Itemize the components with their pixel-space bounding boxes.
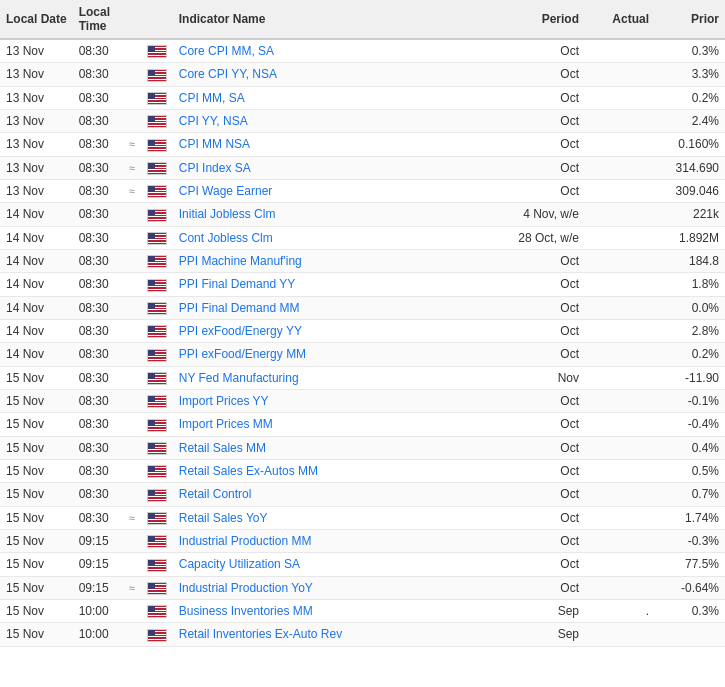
cell-indicator[interactable]: Retail Sales YoY bbox=[173, 506, 495, 529]
cell-actual bbox=[585, 529, 655, 552]
us-flag-icon bbox=[147, 279, 167, 292]
cell-period: Oct bbox=[495, 319, 585, 342]
cell-indicator[interactable]: Cont Jobless Clm bbox=[173, 226, 495, 249]
table-row: 13 Nov08:30CPI YY, NSAOct2.4% bbox=[0, 109, 725, 132]
cell-indicator[interactable]: Retail Sales MM bbox=[173, 436, 495, 459]
table-row: 15 Nov09:15Industrial Production MMOct-0… bbox=[0, 529, 725, 552]
cell-indicator[interactable]: Industrial Production YoY bbox=[173, 576, 495, 599]
indicator-link[interactable]: PPI Machine Manuf'ing bbox=[179, 254, 302, 268]
indicator-link[interactable]: Core CPI YY, NSA bbox=[179, 67, 277, 81]
cell-flag bbox=[141, 366, 173, 389]
cell-actual bbox=[585, 273, 655, 296]
cell-time: 08:30 bbox=[73, 459, 123, 482]
indicator-link[interactable]: CPI MM NSA bbox=[179, 137, 250, 151]
indicator-link[interactable]: CPI Index SA bbox=[179, 161, 251, 175]
cell-indicator[interactable]: CPI MM NSA bbox=[173, 133, 495, 156]
cell-indicator[interactable]: Import Prices MM bbox=[173, 413, 495, 436]
cell-indicator[interactable]: Capacity Utilization SA bbox=[173, 553, 495, 576]
indicator-link[interactable]: PPI exFood/Energy MM bbox=[179, 347, 306, 361]
cell-indicator[interactable]: Retail Sales Ex-Autos MM bbox=[173, 459, 495, 482]
cell-indicator[interactable]: Core CPI YY, NSA bbox=[173, 63, 495, 86]
indicator-link[interactable]: Import Prices MM bbox=[179, 417, 273, 431]
table-row: 15 Nov08:30Retail ControlOct0.7% bbox=[0, 483, 725, 506]
indicator-link[interactable]: CPI MM, SA bbox=[179, 91, 245, 105]
cell-indicator[interactable]: PPI Machine Manuf'ing bbox=[173, 249, 495, 272]
cell-period: Oct bbox=[495, 529, 585, 552]
cell-period: Oct bbox=[495, 553, 585, 576]
header-date: Local Date bbox=[0, 0, 73, 39]
table-row: 13 Nov08:30≈CPI MM NSAOct0.160% bbox=[0, 133, 725, 156]
cell-approx bbox=[123, 296, 141, 319]
cell-indicator[interactable]: PPI exFood/Energy YY bbox=[173, 319, 495, 342]
cell-approx bbox=[123, 459, 141, 482]
table-row: 15 Nov10:00Retail Inventories Ex-Auto Re… bbox=[0, 623, 725, 646]
us-flag-icon bbox=[147, 69, 167, 82]
indicator-link[interactable]: CPI YY, NSA bbox=[179, 114, 248, 128]
indicator-link[interactable]: Industrial Production YoY bbox=[179, 581, 313, 595]
cell-indicator[interactable]: CPI YY, NSA bbox=[173, 109, 495, 132]
cell-date: 14 Nov bbox=[0, 226, 73, 249]
cell-flag bbox=[141, 249, 173, 272]
indicator-link[interactable]: PPI Final Demand MM bbox=[179, 301, 300, 315]
cell-approx bbox=[123, 86, 141, 109]
indicator-link[interactable]: Cont Jobless Clm bbox=[179, 231, 273, 245]
us-flag-icon bbox=[147, 465, 167, 478]
cell-flag bbox=[141, 553, 173, 576]
indicator-link[interactable]: Capacity Utilization SA bbox=[179, 557, 300, 571]
indicator-link[interactable]: Initial Jobless Clm bbox=[179, 207, 276, 221]
cell-time: 08:30 bbox=[73, 133, 123, 156]
indicator-link[interactable]: Retail Sales MM bbox=[179, 441, 266, 455]
cell-time: 08:30 bbox=[73, 156, 123, 179]
us-flag-icon bbox=[147, 442, 167, 455]
us-flag-icon bbox=[147, 419, 167, 432]
cell-indicator[interactable]: CPI MM, SA bbox=[173, 86, 495, 109]
approx-symbol: ≈ bbox=[129, 512, 135, 524]
cell-indicator[interactable]: PPI exFood/Energy MM bbox=[173, 343, 495, 366]
indicator-link[interactable]: Import Prices YY bbox=[179, 394, 269, 408]
us-flag-icon bbox=[147, 255, 167, 268]
indicator-link[interactable]: Industrial Production MM bbox=[179, 534, 312, 548]
cell-indicator[interactable]: NY Fed Manufacturing bbox=[173, 366, 495, 389]
cell-indicator[interactable]: CPI Wage Earner bbox=[173, 179, 495, 202]
indicator-link[interactable]: Retail Inventories Ex-Auto Rev bbox=[179, 627, 342, 641]
cell-prior: 314.690 bbox=[655, 156, 725, 179]
cell-indicator[interactable]: CPI Index SA bbox=[173, 156, 495, 179]
cell-actual bbox=[585, 296, 655, 319]
cell-period: Oct bbox=[495, 249, 585, 272]
indicator-link[interactable]: CPI Wage Earner bbox=[179, 184, 273, 198]
cell-approx bbox=[123, 226, 141, 249]
cell-approx bbox=[123, 203, 141, 226]
cell-indicator[interactable]: Import Prices YY bbox=[173, 389, 495, 412]
indicator-link[interactable]: Retail Sales Ex-Autos MM bbox=[179, 464, 318, 478]
cell-approx: ≈ bbox=[123, 179, 141, 202]
cell-date: 14 Nov bbox=[0, 343, 73, 366]
cell-indicator[interactable]: PPI Final Demand MM bbox=[173, 296, 495, 319]
cell-indicator[interactable]: PPI Final Demand YY bbox=[173, 273, 495, 296]
approx-symbol: ≈ bbox=[129, 162, 135, 174]
cell-prior: -0.3% bbox=[655, 529, 725, 552]
cell-indicator[interactable]: Initial Jobless Clm bbox=[173, 203, 495, 226]
indicator-link[interactable]: PPI exFood/Energy YY bbox=[179, 324, 302, 338]
cell-period: 4 Nov, w/e bbox=[495, 203, 585, 226]
cell-actual bbox=[585, 179, 655, 202]
cell-indicator[interactable]: Core CPI MM, SA bbox=[173, 39, 495, 63]
cell-flag bbox=[141, 319, 173, 342]
cell-date: 15 Nov bbox=[0, 413, 73, 436]
indicator-link[interactable]: PPI Final Demand YY bbox=[179, 277, 296, 291]
cell-indicator[interactable]: Retail Inventories Ex-Auto Rev bbox=[173, 623, 495, 646]
indicator-link[interactable]: Retail Control bbox=[179, 487, 252, 501]
indicator-link[interactable]: Retail Sales YoY bbox=[179, 511, 268, 525]
cell-indicator[interactable]: Industrial Production MM bbox=[173, 529, 495, 552]
cell-prior: -0.4% bbox=[655, 413, 725, 436]
us-flag-icon bbox=[147, 535, 167, 548]
cell-period: Oct bbox=[495, 296, 585, 319]
cell-indicator[interactable]: Business Inventories MM bbox=[173, 599, 495, 622]
cell-time: 08:30 bbox=[73, 296, 123, 319]
indicator-link[interactable]: Business Inventories MM bbox=[179, 604, 313, 618]
indicator-link[interactable]: NY Fed Manufacturing bbox=[179, 371, 299, 385]
cell-prior: 77.5% bbox=[655, 553, 725, 576]
cell-indicator[interactable]: Retail Control bbox=[173, 483, 495, 506]
table-row: 14 Nov08:30PPI Machine Manuf'ingOct184.8 bbox=[0, 249, 725, 272]
indicator-link[interactable]: Core CPI MM, SA bbox=[179, 44, 274, 58]
cell-actual bbox=[585, 366, 655, 389]
